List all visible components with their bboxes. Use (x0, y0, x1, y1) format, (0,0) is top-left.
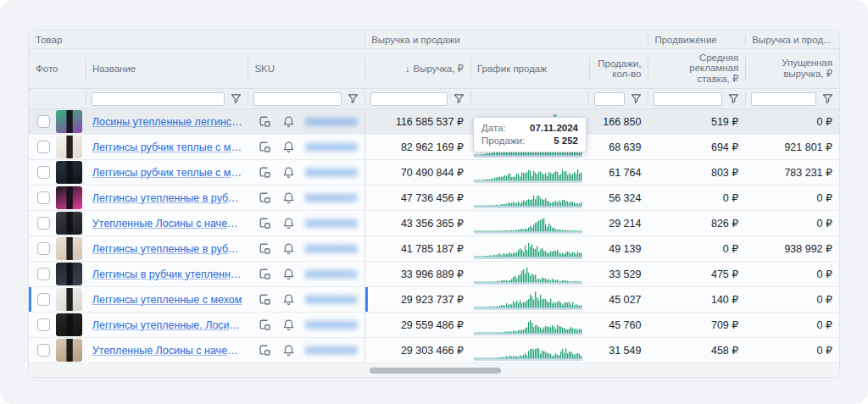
product-thumbnail[interactable] (56, 110, 82, 133)
sales-sparkline[interactable] (470, 236, 589, 261)
column-header-sales-chart[interactable]: График продаж (470, 49, 589, 88)
sales-sparkline[interactable] (470, 160, 589, 185)
product-thumbnail[interactable] (56, 263, 82, 285)
horizontal-scrollbar-thumb[interactable] (370, 368, 501, 374)
variants-copy-icon[interactable] (258, 318, 272, 332)
variants-copy-icon[interactable] (258, 114, 272, 129)
variants-copy-icon[interactable] (258, 165, 272, 180)
column-header-sku[interactable]: SKU (248, 49, 364, 88)
sales-sparkline[interactable] (470, 338, 589, 362)
table-row[interactable]: Леггинсы в рубчик утепленные... 88888888… (29, 262, 839, 287)
sales-filter-input[interactable] (594, 92, 625, 106)
lost-filter-input[interactable] (751, 92, 816, 106)
row-checkbox[interactable] (37, 115, 50, 128)
bell-icon[interactable] (282, 242, 295, 256)
product-thumbnail[interactable] (56, 237, 82, 260)
sales-chart-tooltip: Дата: 07.11.2024 Продажи: 5 252 (473, 117, 587, 152)
bell-icon[interactable] (282, 293, 295, 307)
column-header-photo[interactable]: Фото (29, 49, 86, 88)
bell-icon[interactable] (282, 318, 295, 332)
sales-filter-funnel-icon[interactable] (631, 93, 642, 104)
name-cell: Леггинсы утепленные в рубчик (86, 185, 248, 210)
column-header-lost-revenue[interactable]: Упущенная выручка, ₽ (745, 49, 839, 88)
column-header-sales-count[interactable]: Продажи, кол-во (589, 49, 648, 88)
bell-icon[interactable] (282, 115, 295, 129)
sku-cell: 88888888 (248, 160, 364, 185)
table-row[interactable]: Леггинсы рубчик теплые с мех... 88888888… (29, 135, 839, 160)
product-thumbnail[interactable] (56, 313, 82, 336)
checkbox-cell (29, 160, 53, 185)
horizontal-scrollbar-track[interactable] (29, 363, 839, 378)
row-checkbox[interactable] (37, 141, 50, 153)
row-checkbox[interactable] (37, 191, 50, 204)
table-row[interactable]: Леггинсы рубчик теплые с мех... 88888888… (29, 160, 839, 185)
lost-filter-funnel-icon[interactable] (822, 93, 833, 104)
variants-copy-icon[interactable] (258, 292, 272, 307)
bell-icon[interactable] (282, 166, 295, 180)
rate-filter-input[interactable] (654, 92, 722, 106)
name-filter-input[interactable] (92, 92, 225, 106)
table-row[interactable]: Утепленные Лосины с начесом... 88888888 … (29, 338, 839, 363)
table-row[interactable]: Леггинсы утепленные в рубчик 88888888 41… (29, 236, 839, 262)
table-row[interactable]: Леггинсы утепленные в рубчик 88888888 47… (29, 185, 839, 211)
bell-icon[interactable] (282, 141, 295, 154)
sku-filter-input[interactable] (253, 92, 342, 106)
sales-sparkline[interactable] (470, 211, 589, 235)
sales-count-cell: 31 549 (589, 338, 648, 362)
product-name-link[interactable]: Утепленные Лосины с начесом... (92, 345, 243, 357)
row-checkbox[interactable] (37, 242, 50, 255)
sales-sparkline[interactable] (470, 313, 589, 337)
product-name-link[interactable]: Леггинсы утепленные в рубчик (92, 243, 243, 255)
column-header-revenue[interactable]: ↓ Выручка, ₽ (364, 49, 470, 88)
variants-copy-icon[interactable] (258, 343, 272, 357)
row-checkbox[interactable] (37, 217, 50, 230)
row-checkbox[interactable] (37, 318, 50, 331)
column-header-avg-ad-rate[interactable]: Средняя рекламная ставка, ₽ (648, 49, 745, 88)
revenue-filter-input[interactable] (370, 92, 448, 106)
product-thumbnail[interactable] (56, 186, 82, 209)
row-checkbox[interactable] (37, 293, 50, 306)
table-row[interactable]: Леггинсы утепленные с мехом 88888888 29 … (29, 287, 839, 313)
column-header-name[interactable]: Название (86, 49, 248, 88)
product-name-link[interactable]: Леггинсы утепленные в рубчик (92, 192, 243, 204)
revenue-cell: 29 303 466 ₽ (364, 338, 470, 362)
product-name-link[interactable]: Леггинсы утепленные. Лосины ... (92, 319, 243, 331)
variants-copy-icon[interactable] (258, 267, 272, 281)
product-thumbnail[interactable] (56, 339, 82, 362)
variants-copy-icon[interactable] (258, 140, 272, 154)
row-checkbox[interactable] (37, 344, 50, 357)
variants-copy-icon[interactable] (258, 191, 272, 205)
photo-cell (53, 262, 86, 286)
sales-sparkline[interactable] (470, 287, 589, 312)
product-name-link[interactable]: Леггинсы в рубчик утепленные... (92, 268, 243, 280)
bell-icon[interactable] (282, 217, 295, 230)
product-name-link[interactable]: Леггинсы рубчик теплые с мех... (92, 167, 243, 179)
table-row[interactable]: Лосины утепленные леггинсы ... 88888888 … (29, 109, 839, 135)
product-thumbnail[interactable] (56, 288, 82, 311)
sales-sparkline[interactable] (470, 185, 589, 210)
variants-copy-icon[interactable] (258, 216, 272, 230)
rate-filter-funnel-icon[interactable] (728, 93, 739, 104)
group-header-product: Товар (29, 30, 364, 48)
bell-icon[interactable] (282, 344, 295, 357)
bell-icon[interactable] (282, 191, 295, 205)
sales-count-cell: 33 529 (589, 262, 648, 286)
product-thumbnail[interactable] (56, 161, 82, 184)
product-name-link[interactable]: Лосины утепленные леггинсы ... (92, 116, 243, 128)
table-row[interactable]: Утепленные Лосины с начесом... 88888888 … (29, 211, 839, 236)
sales-sparkline[interactable] (470, 262, 589, 286)
product-name-link[interactable]: Утепленные Лосины с начесом... (92, 218, 243, 230)
sku-filter-funnel-icon[interactable] (348, 93, 359, 104)
product-thumbnail[interactable] (56, 212, 82, 235)
revenue-filter-funnel-icon[interactable] (453, 93, 465, 104)
table-row[interactable]: Леггинсы утепленные. Лосины ... 88888888… (29, 313, 839, 338)
product-name-link[interactable]: Леггинсы рубчик теплые с мех... (92, 141, 243, 153)
bell-icon[interactable] (282, 268, 295, 281)
product-name-link[interactable]: Леггинсы утепленные с мехом (92, 294, 242, 306)
variants-copy-icon[interactable] (258, 241, 272, 256)
sku-value-blurred: 88888888 (305, 167, 357, 179)
name-filter-funnel-icon[interactable] (231, 93, 242, 104)
row-checkbox[interactable] (37, 166, 50, 179)
row-checkbox[interactable] (37, 268, 50, 280)
product-thumbnail[interactable] (56, 136, 82, 158)
